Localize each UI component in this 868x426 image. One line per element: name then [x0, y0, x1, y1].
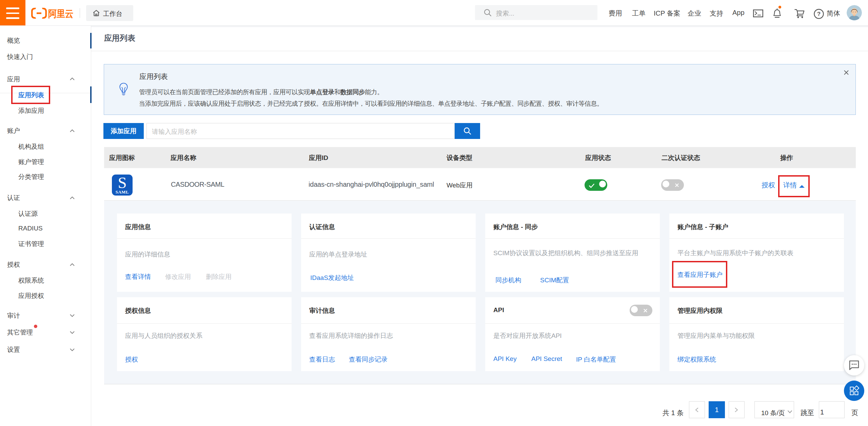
svg-text:?: ?: [817, 11, 821, 17]
